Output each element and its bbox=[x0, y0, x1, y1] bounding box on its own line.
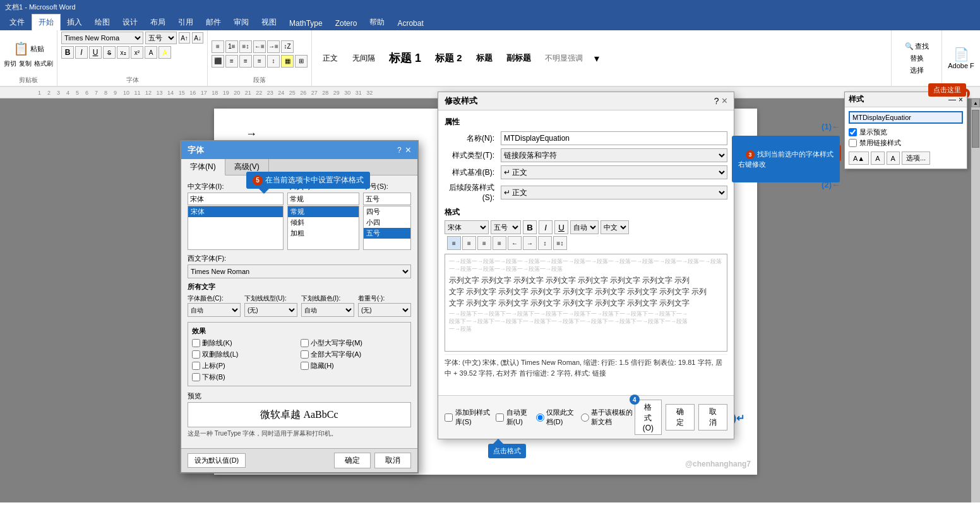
strikethrough-button[interactable]: S̶ bbox=[103, 46, 116, 59]
ok-button[interactable]: 确定 bbox=[666, 404, 695, 431]
size-input[interactable] bbox=[363, 193, 411, 205]
new-style-btn[interactable]: A▲ bbox=[849, 152, 869, 165]
font-dialog-close[interactable]: × bbox=[405, 145, 411, 156]
style-subtle-emphasis[interactable]: 不明显强调 bbox=[540, 51, 588, 66]
inspect-style-btn[interactable]: A bbox=[871, 152, 884, 165]
bold-button[interactable]: B bbox=[61, 46, 74, 59]
align-center-button[interactable]: ≡ bbox=[225, 55, 238, 68]
tab-draw[interactable]: 绘图 bbox=[88, 15, 116, 30]
format-button[interactable]: 格式(O) bbox=[635, 400, 662, 435]
tab-mathtype[interactable]: MathType bbox=[283, 16, 329, 30]
format-underline-btn[interactable]: U bbox=[554, 220, 568, 234]
superscript-checkbox[interactable] bbox=[192, 362, 200, 370]
manage-style-btn[interactable]: A bbox=[887, 152, 900, 165]
west-font-select[interactable]: Times New Roman bbox=[188, 264, 411, 278]
radio-this-doc[interactable] bbox=[536, 413, 544, 422]
style-subtitle[interactable]: 副标题 bbox=[501, 50, 536, 66]
highlight-button[interactable]: A bbox=[158, 46, 171, 59]
align-center-fmt[interactable]: ≡ bbox=[462, 236, 476, 250]
double-strike-checkbox[interactable] bbox=[192, 350, 200, 359]
subscript-button[interactable]: x₂ bbox=[117, 46, 129, 59]
style-list-item-bold[interactable]: 加粗 bbox=[288, 228, 359, 239]
options-btn[interactable]: 选项... bbox=[902, 152, 930, 165]
style-heading[interactable]: 标题 bbox=[471, 50, 498, 66]
set-default-button[interactable]: 设为默认值(D) bbox=[188, 453, 246, 468]
numbering-button[interactable]: 1≡ bbox=[225, 40, 238, 53]
shading-button[interactable]: ▦ bbox=[281, 55, 294, 68]
modify-dialog-close[interactable]: × bbox=[722, 95, 727, 107]
cn-font-list[interactable]: 宋体 bbox=[188, 206, 284, 250]
line-spacing-button[interactable]: ↕ bbox=[267, 55, 280, 68]
align-left-fmt[interactable]: ≡ bbox=[447, 236, 461, 250]
all-caps-checkbox[interactable] bbox=[301, 350, 309, 359]
format-italic-btn[interactable]: I bbox=[539, 220, 553, 234]
tab-view[interactable]: 视图 bbox=[255, 15, 283, 30]
style-heading2[interactable]: 标题 2 bbox=[430, 50, 467, 66]
tab-review[interactable]: 审阅 bbox=[227, 15, 255, 30]
help-icon[interactable]: ? bbox=[714, 96, 719, 106]
line-spacing-fmt[interactable]: ≡↕ bbox=[553, 236, 567, 250]
click-here-callout[interactable]: 点击这里 bbox=[928, 83, 966, 97]
auto-update-checkbox[interactable] bbox=[496, 413, 504, 422]
underline-color-select[interactable]: 自动 bbox=[301, 303, 354, 317]
size-list-item-4[interactable]: 四号 bbox=[364, 206, 410, 217]
emphasis-select[interactable]: (无) bbox=[358, 303, 411, 317]
size-list[interactable]: 四号 小四 五号 bbox=[363, 206, 411, 250]
style-nospace[interactable]: 无间隔 bbox=[347, 51, 380, 66]
font-name-select[interactable]: Times New Roma bbox=[61, 32, 143, 44]
tab-acrobat[interactable]: Acrobat bbox=[391, 16, 429, 30]
size-list-item-5[interactable]: 五号 bbox=[364, 228, 410, 239]
tab-ref[interactable]: 引用 bbox=[172, 15, 200, 30]
sort-button[interactable]: ↕Z bbox=[281, 40, 294, 53]
decrease-font-button[interactable]: A↓ bbox=[192, 32, 203, 44]
paste-button[interactable]: 📋 粘贴 bbox=[10, 39, 47, 58]
tab-mail[interactable]: 邮件 bbox=[200, 15, 227, 30]
scrollbar-vertical[interactable]: ▲ bbox=[971, 98, 980, 502]
font-size-select[interactable]: 五号 bbox=[145, 32, 177, 44]
next-style-select[interactable]: ↵ 正文 bbox=[501, 186, 727, 199]
font-help-icon[interactable]: ? bbox=[397, 146, 402, 155]
adobe-button[interactable]: 📄 Adobe F bbox=[948, 47, 974, 69]
justify-button[interactable]: ≡ bbox=[253, 55, 266, 68]
radio-template[interactable] bbox=[581, 413, 589, 422]
indent-dec-fmt[interactable]: ← bbox=[508, 236, 522, 250]
multilevel-button[interactable]: ≡↕ bbox=[239, 40, 252, 53]
add-to-gallery-checkbox[interactable] bbox=[445, 413, 453, 422]
align-right-button[interactable]: ≡ bbox=[239, 55, 252, 68]
align-justify-fmt[interactable]: ≡ bbox=[493, 236, 506, 250]
indent-inc-fmt[interactable]: → bbox=[523, 236, 537, 250]
tab-file[interactable]: 文件 bbox=[3, 14, 32, 30]
format-font-select[interactable]: 宋体 bbox=[445, 220, 489, 234]
tab-help[interactable]: 帮助 bbox=[363, 15, 391, 30]
style-name-field[interactable]: MTDisplayEquatior bbox=[849, 111, 963, 124]
superscript-button[interactable]: x² bbox=[131, 46, 143, 59]
font-cancel-button[interactable]: 取消 bbox=[374, 453, 411, 468]
cancel-button[interactable]: 取消 bbox=[698, 404, 727, 431]
increase-font-button[interactable]: A↑ bbox=[179, 32, 190, 44]
font-color-button[interactable]: A bbox=[145, 46, 157, 59]
styles-more-button[interactable]: ▾ bbox=[594, 52, 599, 64]
tab-layout[interactable]: 布局 bbox=[144, 15, 172, 30]
format-lang-select[interactable]: 中文 bbox=[601, 220, 629, 234]
increase-indent-button[interactable]: →≡ bbox=[267, 40, 280, 53]
style-normal[interactable]: 正文 bbox=[317, 50, 344, 66]
cn-font-input[interactable] bbox=[188, 193, 284, 205]
scroll-up-button[interactable]: ▲ bbox=[971, 98, 980, 107]
replace-button[interactable]: 替换 bbox=[910, 54, 924, 63]
style-input[interactable] bbox=[287, 193, 359, 205]
tab-zotero[interactable]: Zotero bbox=[329, 16, 364, 30]
borders-button[interactable]: ⊞ bbox=[295, 55, 308, 68]
style-type-select[interactable]: 链接段落和字符 bbox=[501, 148, 727, 162]
font-color-select[interactable]: 自动 bbox=[188, 303, 241, 317]
scroll-thumb[interactable] bbox=[972, 110, 979, 148]
format-bold-btn[interactable]: B bbox=[523, 220, 537, 234]
align-left-button[interactable]: ⬛ bbox=[212, 55, 224, 68]
bullets-button[interactable]: ≡ bbox=[212, 40, 224, 53]
font-ok-button[interactable]: 确定 bbox=[334, 453, 371, 468]
subscript-checkbox[interactable] bbox=[192, 373, 200, 381]
find-button[interactable]: 🔍 查找 bbox=[905, 42, 929, 51]
disable-link-checkbox[interactable] bbox=[849, 139, 857, 147]
align-right-fmt[interactable]: ≡ bbox=[477, 236, 491, 250]
spacing-fmt[interactable]: ↕ bbox=[538, 236, 552, 250]
style-heading1[interactable]: 标题 1 bbox=[384, 49, 426, 68]
